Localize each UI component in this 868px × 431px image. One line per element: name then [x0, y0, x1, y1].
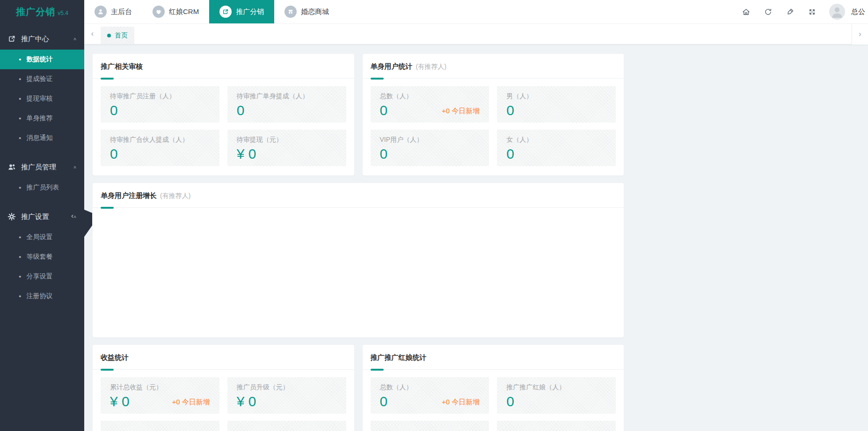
stat-value: 0 [380, 146, 388, 161]
card-title: 推广推广红娘统计 [371, 353, 427, 362]
tabs-scroll-right-icon[interactable]: › [852, 24, 868, 44]
sidebar-item-notifications[interactable]: ● 消息通知 [0, 128, 84, 148]
sidebar-item-withdraw-audit[interactable]: ● 提现审核 [0, 89, 84, 109]
app-root: 推广分销 v5.4 推广中心 ∧ ● 数据统计 ● 提成验证 [0, 0, 868, 431]
matchmaker-crm-icon [153, 6, 165, 18]
sidebar-item-single-recommend[interactable]: ● 单身推荐 [0, 109, 84, 128]
stat-clipped-3 [371, 421, 489, 431]
growth-chart-area [93, 208, 624, 318]
collapse-left-icon[interactable]: ‹ [71, 212, 73, 219]
sidebar-item-level-packages[interactable]: ● 等级套餐 [0, 247, 84, 267]
top-header: 主后台 红娘CRM 推广分销 [84, 0, 868, 23]
fullscreen-icon[interactable] [807, 7, 817, 16]
title-accent [371, 78, 384, 80]
sidebar-item-data-stats[interactable]: ● 数据统计 [0, 50, 84, 69]
stat-pending-single-commission: 待审推广单身提成（人） 0 [227, 86, 346, 123]
menu-group-promoter-mgmt: 推广员管理 ∧ ● 推广员列表 [0, 156, 84, 197]
clear-cache-brush-icon[interactable] [785, 7, 795, 16]
sidebar-item-label: 分享设置 [26, 272, 52, 281]
stat-value: 0 [380, 103, 388, 118]
menu-group-title-promoter-mgmt[interactable]: 推广员管理 ∧ [0, 156, 84, 178]
sidebar-item-promoter-list[interactable]: ● 推广员列表 [0, 178, 84, 197]
tab-home[interactable]: 首页 [101, 27, 134, 44]
stat-label: 推广推广红娘（人） [506, 383, 606, 392]
app-logo: 推广分销 v5.4 [0, 0, 84, 23]
card-matchmaker-promo-stats: 推广推广红娘统计 总数（人） 0 +0 今日新增 [363, 345, 624, 431]
nav-tab-promo-distribution[interactable]: 推广分销 [209, 0, 274, 23]
menu-group-promo-settings: 推广设置 ∧ ● 全局设置 ● 等级套餐 ● 分享设置 ● 注册协议 [0, 206, 84, 306]
card-single-register-growth: 单身用户注册增长 (有推荐人) [93, 183, 624, 337]
stat-value: ¥ 0 [237, 146, 256, 161]
stat-value: 0 [110, 103, 118, 118]
stat-value: ¥ 0 [237, 394, 256, 409]
admin-user-icon [95, 6, 107, 18]
user-avatar[interactable] [829, 4, 845, 20]
card-header: 推广推广红娘统计 [363, 345, 624, 370]
bullet-icon: ● [19, 117, 21, 121]
main-area: 主后台 红娘CRM 推广分销 [84, 0, 868, 431]
stat-label: 总数（人） [380, 92, 480, 101]
stat-label: VIP用户（人） [380, 136, 480, 144]
bullet-icon: ● [19, 77, 21, 81]
stat-total-income: 累计总收益（元） ¥ 0 +0 今日新增 [101, 377, 219, 414]
sidebar-menu: 推广中心 ∧ ● 数据统计 ● 提成验证 ● 提现审核 ● 单身推荐 [0, 23, 84, 306]
stat-clipped-4 [497, 421, 616, 431]
active-tab-dot [107, 34, 111, 37]
gear-icon [7, 212, 16, 221]
nav-tab-main-backend[interactable]: 主后台 [84, 0, 142, 23]
nav-tab-marriage-mall[interactable]: 婚恋商城 [274, 0, 339, 23]
card-promo-audit: 推广相关审核 待审推广员注册（人） 0 待审推广单身提成（人） 0 [93, 54, 354, 175]
stat-today-badge: +0 今日新增 [172, 398, 210, 409]
nav-tab-label: 主后台 [111, 7, 132, 16]
card-title: 收益统计 [101, 353, 129, 362]
sidebar-item-global-settings[interactable]: ● 全局设置 [0, 227, 84, 247]
nav-tab-label: 推广分销 [236, 7, 264, 16]
card-title: 推广相关审核 [101, 62, 143, 71]
home-icon[interactable] [741, 7, 751, 16]
stat-pending-promoter-register: 待审推广员注册（人） 0 [101, 86, 219, 123]
chevron-up-icon: ∧ [73, 37, 77, 41]
stat-label: 女（人） [506, 136, 606, 144]
title-accent [101, 207, 114, 209]
bullet-icon: ● [19, 255, 21, 259]
stat-value: ¥ 0 [110, 394, 130, 409]
current-user-name[interactable]: 总公 [851, 7, 865, 16]
refresh-icon[interactable] [763, 7, 773, 16]
card-header: 单身用户注册增长 (有推荐人) [93, 183, 624, 208]
sidebar-item-label: 全局设置 [26, 233, 52, 241]
bullet-icon: ● [19, 136, 21, 140]
stat-label: 总数（人） [380, 383, 480, 392]
logo-version: v5.4 [58, 10, 68, 16]
bullet-icon: ● [19, 275, 21, 279]
mall-icon [284, 6, 297, 18]
sidebar-item-label: 提成验证 [26, 75, 52, 83]
sidebar-item-share-settings[interactable]: ● 分享设置 [0, 267, 84, 286]
menu-group-title-promo-center[interactable]: 推广中心 ∧ [0, 28, 84, 50]
tab-home-label: 首页 [115, 31, 128, 40]
card-income-stats: 收益统计 累计总收益（元） ¥ 0 +0 今日新增 [93, 345, 354, 431]
title-accent [101, 78, 114, 80]
sidebar-item-label: 数据统计 [26, 55, 52, 64]
stat-label: 待审推广合伙人提成（人） [110, 136, 210, 144]
tabs-scroll-left-icon[interactable]: ‹ [84, 23, 101, 44]
nav-tab-matchmaker-crm[interactable]: 红娘CRM [142, 0, 209, 23]
sidebar-item-register-agreement[interactable]: ● 注册协议 [0, 286, 84, 306]
stat-today-badge: +0 今日新增 [442, 107, 480, 118]
stat-single-total: 总数（人） 0 +0 今日新增 [371, 86, 489, 123]
chevron-up-icon: ∧ [73, 165, 77, 169]
sidebar-item-commission-verify[interactable]: ● 提成验证 [0, 69, 84, 89]
stat-label: 累计总收益（元） [110, 383, 210, 392]
menu-group-promo-center: 推广中心 ∧ ● 数据统计 ● 提成验证 ● 提现审核 ● 单身推荐 [0, 28, 84, 148]
sidebar-item-label: 提现审核 [26, 95, 52, 103]
card-title: 单身用户注册增长 [101, 191, 157, 200]
share-icon [219, 6, 232, 18]
stat-single-vip: VIP用户（人） 0 [371, 130, 489, 166]
stat-value: 0 [380, 394, 388, 409]
stat-value: 0 [506, 103, 514, 118]
stat-clipped-1 [101, 421, 219, 431]
card-header: 单身用户统计 (有推荐人) [363, 54, 624, 79]
stat-pending-partner-commission: 待审推广合伙人提成（人） 0 [101, 130, 219, 166]
card-subtitle: (有推荐人) [160, 192, 190, 200]
stat-value: 0 [237, 103, 245, 118]
sidebar-item-label: 注册协议 [26, 292, 52, 300]
